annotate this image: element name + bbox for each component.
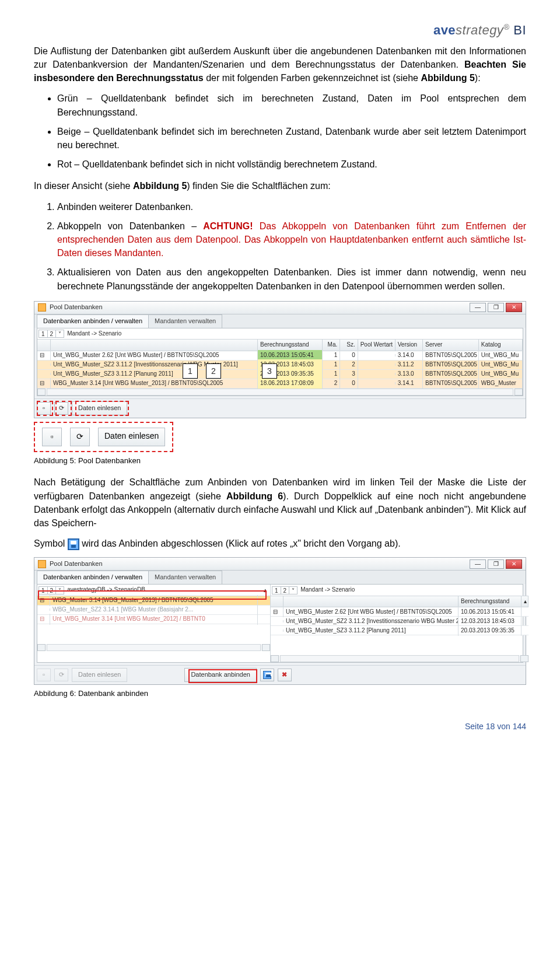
pool-datenbanken-window-2: Pool Datenbanken — ❐ ✕ Datenbanken anbin…: [34, 557, 526, 685]
callout-box-3: [75, 401, 129, 416]
page-input-2[interactable]: 2: [47, 330, 57, 338]
detach-db-button-zoom[interactable]: ⟳: [70, 428, 90, 446]
list-item[interactable]: Unt_WBG_Muster_SZ3 3.11.2 [Planung 2011]…: [271, 626, 528, 635]
grid-header: Berechnungsstand Ma. Sz. Pool Wertart Ve…: [37, 340, 523, 351]
legend-green: Grün – Quelldatenbank befindet sich im b…: [57, 92, 526, 118]
page-dropdown[interactable]: ˅: [55, 330, 64, 338]
callout-3: 3: [262, 363, 277, 379]
tab-mandanten[interactable]: Mandanten verwalten: [148, 314, 222, 328]
window-title: Pool Datenbanken: [50, 559, 103, 569]
tab-anbinden[interactable]: Datenbanken anbinden / verwalten: [37, 571, 149, 584]
save-paragraph: Symbol wird das Anbinden abgeschlossen (…: [34, 537, 526, 550]
scroll-right[interactable]: [514, 389, 523, 396]
close-button[interactable]: ✕: [506, 559, 522, 569]
scroll-left[interactable]: [37, 389, 46, 396]
save-button[interactable]: [260, 669, 274, 681]
save-icon: [68, 538, 79, 550]
page-input-1[interactable]: 1: [38, 330, 48, 338]
minimize-button[interactable]: —: [470, 303, 486, 312]
caption-5: Abbildung 5: Pool Datenbanken: [34, 456, 526, 467]
callout-box-1: [37, 401, 53, 416]
desc-aktualisieren: Aktualisieren von Daten aus den angekopp…: [57, 265, 526, 292]
daten-einlesen-button[interactable]: Daten einlesen: [72, 668, 127, 682]
cancel-button[interactable]: ✖: [278, 669, 292, 681]
table-row[interactable]: ⊟WBG_Muster 3.14 [Unt WBG Muster_2013] /…: [37, 379, 523, 389]
daten-einlesen-button-zoom[interactable]: Daten einlesen: [98, 428, 165, 446]
page-footer: Seite 18 von 144: [34, 720, 526, 732]
page-dropdown[interactable]: ˅: [289, 586, 298, 594]
legend-beige: Beige – Quelldatenbank befindet sich im …: [57, 125, 526, 152]
pool-datenbanken-window: Pool Datenbanken — ❐ ✕ Datenbanken anbin…: [34, 301, 526, 418]
desc-abkoppeln: Abkoppeln von Datenbanken – ACHTUNG! Das…: [57, 219, 526, 260]
tab-anbinden[interactable]: Datenbanken anbinden / verwalten: [37, 314, 149, 328]
window-icon: [38, 560, 46, 568]
window-icon: [38, 303, 46, 312]
list-item[interactable]: ⊟Unt_WBG_Muster 3.14 [Unt WBG Muster_201…: [37, 615, 270, 624]
button-descriptions: Anbinden weiterer Datenbanken. Abkoppeln…: [34, 200, 526, 293]
caption-6: Abbildung 6: Datenbank anbinden: [34, 688, 526, 699]
color-legend-list: Grün – Quelldatenbank befindet sich im b…: [34, 92, 526, 171]
anbinden-paragraph: Nach Betätigung der Schaltfläche zum Anb…: [34, 475, 526, 530]
intro-paragraph: Die Auflistung der Datenbanken gibt auße…: [34, 44, 526, 85]
col-label: Mandant -> Szenario: [64, 329, 522, 339]
minimize-button[interactable]: —: [470, 559, 486, 569]
zoomed-toolbar: ▫ ⟳ Daten einlesen: [34, 422, 173, 452]
callout-2: 2: [206, 363, 221, 379]
window-title: Pool Datenbanken: [50, 303, 103, 312]
callout-box-2: [55, 401, 72, 416]
highlight-left-row: [38, 590, 267, 600]
brand-header: avestrategy® BI: [34, 21, 526, 40]
scroll-track[interactable]: [47, 389, 513, 396]
new-db-button-zoom[interactable]: ▫: [42, 428, 62, 446]
legend-red: Rot – Quelldatenbank befindet sich in ni…: [57, 158, 526, 171]
highlight-anbinden: [188, 669, 257, 683]
callout-1: 1: [183, 363, 198, 379]
col-label-right: Mandant -> Szenario: [297, 585, 520, 595]
page-input-1[interactable]: 1: [272, 586, 281, 594]
desc-anbinden: Anbinden weiterer Datenbanken.: [57, 200, 526, 214]
page-input-2[interactable]: 2: [281, 586, 290, 594]
close-button[interactable]: ✕: [506, 303, 522, 312]
detach-db-button[interactable]: ⟳: [54, 669, 68, 681]
maximize-button[interactable]: ❐: [488, 559, 504, 569]
maximize-button[interactable]: ❐: [488, 303, 504, 312]
view-paragraph: In dieser Ansicht (siehe Abbildung 5) fi…: [34, 179, 526, 193]
tab-mandanten[interactable]: Mandanten verwalten: [148, 571, 222, 584]
new-db-button[interactable]: ▫: [37, 669, 51, 681]
